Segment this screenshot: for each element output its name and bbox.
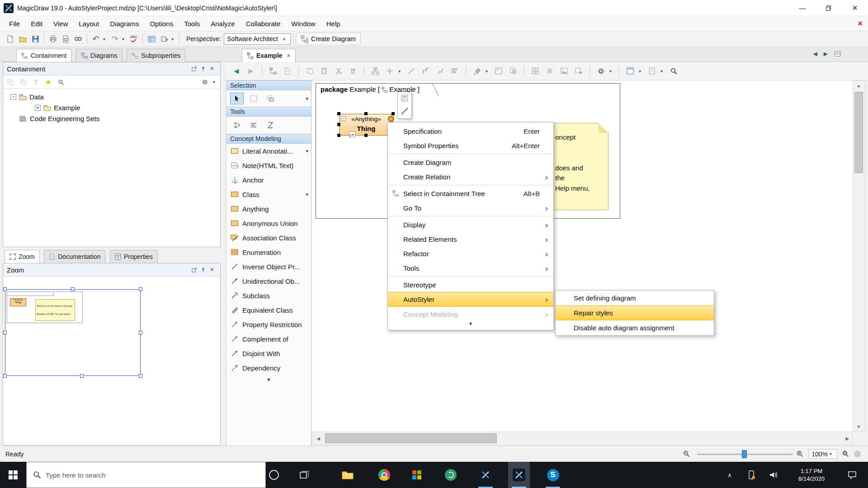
menu-item-create-diagram[interactable]: Create Diagram	[388, 155, 553, 169]
start-button[interactable]	[0, 462, 26, 488]
menu-item-stereotype[interactable]: Stereotype	[388, 277, 553, 292]
tray-volume-icon[interactable]	[765, 462, 782, 488]
green-app-button[interactable]	[440, 462, 462, 488]
zoom-out-button[interactable]	[683, 450, 690, 458]
paste-button[interactable]	[318, 65, 330, 77]
cut-button[interactable]	[333, 65, 344, 77]
palette-tool-icon-1[interactable]	[230, 119, 244, 131]
vertical-scroll-thumb[interactable]	[854, 92, 863, 173]
palette-item-class[interactable]: Class ▾	[226, 187, 311, 202]
selection-handle[interactable]	[337, 123, 340, 126]
palette-item-disjoint-with[interactable]: Disjoint With	[226, 346, 311, 361]
palette-item-anonymous-union[interactable]: Anonymous Union	[226, 216, 311, 230]
menu-item-create-relation[interactable]: Create Relation›	[388, 169, 553, 184]
find-in-diagram-button[interactable]	[668, 65, 679, 77]
tray-phone-icon[interactable]	[743, 462, 760, 488]
menu-item-concept-modeling[interactable]: Concept Modeling›	[388, 307, 553, 321]
viewport-handle[interactable]	[3, 287, 7, 291]
menu-file[interactable]: File	[4, 16, 25, 31]
palette-item-enumeration[interactable]: Enumeration	[226, 245, 311, 259]
palette-section-selection[interactable]: Selection	[226, 80, 311, 90]
palette-more-button[interactable]: ▼	[226, 375, 311, 382]
favorites-star-icon[interactable]: ★	[44, 78, 53, 87]
collapse-all-icon[interactable]	[6, 78, 15, 87]
nav-back-button[interactable]: ◀	[231, 65, 242, 77]
close-tab-icon[interactable]: ×	[287, 52, 291, 59]
chevron-down-icon[interactable]: ▾	[306, 148, 308, 154]
palette-item-subclass[interactable]: Subclass	[226, 288, 311, 303]
undo-dropdown[interactable]: ▾	[102, 33, 108, 45]
menu-diagrams[interactable]: Diagrams	[104, 16, 144, 31]
tab-subproperties[interactable]: Subproperties	[127, 49, 185, 62]
shadow-button[interactable]	[507, 65, 519, 77]
task-view-button[interactable]	[293, 462, 315, 488]
tree-item-data[interactable]: − Data	[10, 93, 44, 101]
viewport-handle[interactable]	[3, 331, 7, 334]
chevron-down-icon[interactable]: ▾	[398, 69, 403, 74]
menu-edit[interactable]: Edit	[25, 16, 48, 31]
palette-item-association-class[interactable]: Association Class	[226, 230, 311, 245]
new-project-button[interactable]	[4, 33, 16, 45]
selection-handle[interactable]	[364, 112, 368, 115]
viewport-handle[interactable]	[139, 331, 142, 334]
print-preview-button[interactable]	[59, 33, 72, 45]
expand-expander-icon[interactable]: +	[35, 105, 41, 111]
package-frame-header[interactable]: package Example [ Example ]	[316, 83, 439, 95]
documentation-view-button[interactable]	[646, 65, 658, 77]
multi-select-tool[interactable]	[264, 93, 277, 104]
code-engineering-button[interactable]	[158, 33, 170, 45]
menu-options[interactable]: Options	[145, 16, 179, 31]
menu-item-tools[interactable]: Tools›	[388, 261, 553, 275]
search-tree-icon[interactable]	[57, 78, 66, 87]
diagram-options-gear-button[interactable]	[595, 65, 607, 77]
export-image-button[interactable]	[573, 65, 585, 77]
open-project-button[interactable]	[16, 33, 29, 45]
scroll-left-arrow[interactable]: ◀	[313, 432, 323, 445]
submenu-item-disable-auto-diagram-assignment[interactable]: Disable auto diagram assignment	[556, 320, 714, 335]
microsoft-app-button[interactable]	[406, 462, 428, 488]
layout-diagram-button[interactable]	[369, 65, 381, 77]
save-project-button[interactable]	[29, 33, 42, 45]
vertical-scrollbar[interactable]: ▲ ▼	[853, 80, 865, 432]
stereotype-expander-icon[interactable]: −	[341, 116, 346, 121]
tree-item-code-engineering-sets[interactable]: Code Engineering Sets	[19, 115, 99, 122]
palette-item-anything[interactable]: Anything	[226, 202, 311, 216]
viewport-handle[interactable]	[139, 374, 142, 378]
selection-handle[interactable]	[364, 134, 368, 137]
quick-note-tool-icon[interactable]	[401, 94, 409, 104]
menu-view[interactable]: View	[48, 16, 73, 31]
collapse-expander-icon[interactable]: −	[10, 94, 16, 100]
palette-tool-icon-2[interactable]	[247, 119, 260, 131]
chevron-down-icon[interactable]: ▾	[660, 69, 665, 74]
selection-handle[interactable]	[337, 112, 340, 115]
zoom-percent-select[interactable]: 100% ▾	[808, 449, 837, 459]
tray-clock[interactable]: 1:17 PM 8/14/2020	[787, 462, 836, 488]
scroll-up-arrow[interactable]: ▲	[853, 81, 864, 90]
palette-section-concept-modeling[interactable]: Concept Modeling	[226, 134, 311, 144]
scroll-tabs-left-icon[interactable]: ◀	[813, 51, 817, 57]
marquee-select-tool[interactable]	[247, 93, 260, 104]
tab-diagrams[interactable]: Diagrams	[76, 49, 123, 62]
anything-thing-element[interactable]: − «Anything» Thing	[339, 114, 393, 136]
palette-item-anchor[interactable]: ⚓ Anchor	[226, 173, 311, 187]
submenu-item-set-defining-diagram[interactable]: Set defining diagram	[556, 291, 714, 305]
palette-tool-icon-3[interactable]	[264, 119, 277, 131]
tab-containment[interactable]: Containment	[16, 49, 71, 62]
panel-options-gear-icon[interactable]	[200, 78, 209, 87]
fill-color-button[interactable]	[471, 65, 483, 77]
restore-button[interactable]	[816, 0, 842, 16]
skype-button[interactable]: S	[542, 462, 564, 488]
menu-item-select-in-containment-tree[interactable]: Select in Containment TreeAlt+B	[388, 186, 553, 201]
oblique-path-button[interactable]	[434, 65, 446, 77]
cortana-button[interactable]	[263, 462, 285, 488]
horizontal-scroll-thumb[interactable]	[325, 433, 497, 443]
copy-button[interactable]	[304, 65, 316, 77]
add-port-plus-icon[interactable]: +	[388, 116, 394, 122]
close-panel-icon[interactable]: ×	[208, 265, 217, 274]
related-elements-button[interactable]	[384, 65, 396, 77]
delete-button[interactable]	[347, 65, 359, 77]
tables-button[interactable]	[145, 33, 158, 45]
magicdraw-button-1[interactable]	[475, 462, 496, 488]
zoom-slider-thumb[interactable]	[742, 450, 747, 458]
menu-item-refactor[interactable]: Refactor›	[388, 246, 553, 261]
